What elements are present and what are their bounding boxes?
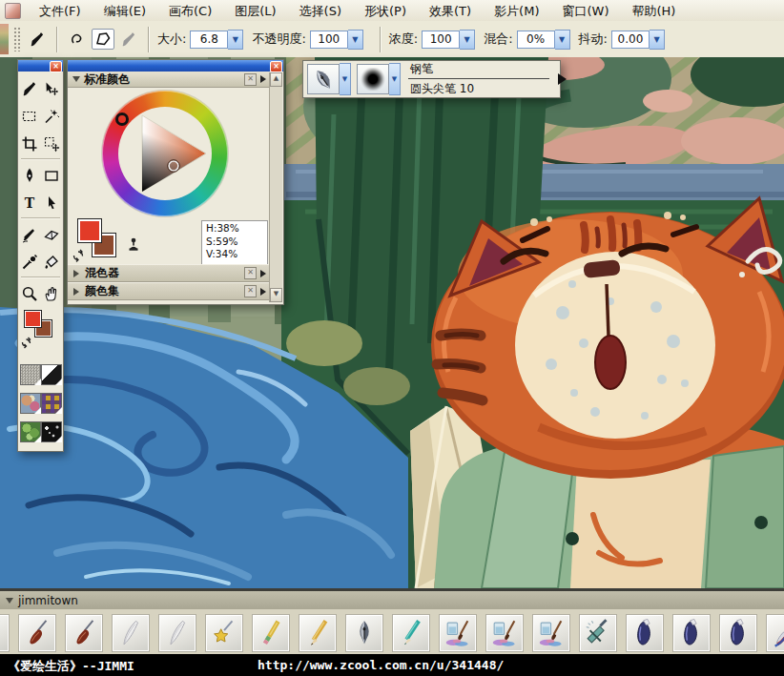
blue-marker-brush-icon[interactable] [672, 614, 711, 652]
gradient-selector[interactable] [41, 364, 62, 385]
panel-scrollbar[interactable]: ▲ ▼ [269, 72, 282, 302]
hue-marker[interactable] [115, 113, 129, 126]
menu-movie[interactable]: 影片(M) [483, 1, 550, 21]
color-set-panel-header[interactable]: 颜色集✕ [68, 282, 270, 300]
white-quill-brush-icon[interactable] [158, 614, 196, 652]
white-quill-brush-icon[interactable] [112, 614, 150, 652]
panel-detach-icon[interactable]: ✕ [244, 73, 257, 86]
brush-variant-button[interactable] [357, 64, 389, 94]
airbrush-brush-icon[interactable] [579, 614, 617, 652]
crop-tool[interactable] [18, 130, 41, 157]
transform-tool[interactable] [41, 130, 64, 157]
red-brush-brush-icon[interactable] [65, 614, 103, 652]
density-value[interactable]: 100 [422, 31, 460, 49]
red-brush-brush-icon[interactable] [0, 614, 10, 652]
watercolor-brush-icon[interactable] [532, 614, 570, 652]
star-wand-brush-icon[interactable] [205, 614, 243, 652]
look-selector[interactable] [41, 421, 62, 442]
canvas[interactable]: × T × 标准颜色 ✕ [0, 57, 784, 588]
scroll-down-icon[interactable]: ▼ [270, 288, 282, 302]
toolbox-titlebar[interactable]: × [18, 60, 63, 72]
brush-category-dropdown-icon[interactable]: ▼ [340, 63, 351, 95]
expand-triangle-icon[interactable] [73, 270, 79, 277]
swap-colors-icon[interactable] [72, 249, 85, 262]
text-tool[interactable]: T [18, 189, 41, 216]
jitter-value[interactable]: 0.00 [611, 31, 650, 49]
pen-tool[interactable] [18, 161, 41, 189]
size-dropdown-icon[interactable]: ▼ [228, 30, 243, 50]
panel-menu-icon[interactable] [260, 288, 266, 296]
brush-flyout-icon[interactable] [558, 73, 567, 85]
panel-detach-icon[interactable]: ✕ [244, 285, 257, 297]
opacity-value[interactable]: 100 [310, 31, 348, 49]
toolbox-close-icon[interactable]: × [50, 61, 62, 72]
shape-select-tool[interactable] [41, 189, 64, 216]
menu-help[interactable]: 帮助(H) [620, 1, 687, 21]
scroll-up-icon[interactable]: ▲ [270, 72, 282, 87]
collapse-triangle-icon[interactable] [72, 76, 80, 82]
panel-menu-icon[interactable] [260, 75, 266, 83]
menu-layers[interactable]: 图层(L) [223, 1, 287, 21]
menu-file[interactable]: 文件(F) [28, 1, 93, 21]
expand-triangle-icon[interactable] [73, 288, 79, 296]
paint-bucket-tool[interactable] [41, 248, 64, 276]
color-wheel[interactable] [102, 91, 228, 216]
freehand-stroke-icon[interactable] [66, 28, 89, 51]
magnifier-tool[interactable] [18, 279, 41, 307]
clone-color-stamp-icon[interactable] [127, 237, 140, 252]
pattern-selector[interactable] [20, 393, 41, 414]
mixer-panel-header[interactable]: 混色器✕ [68, 264, 270, 282]
brush-name-block[interactable]: 钢笔 圆头尖笔 10 [408, 61, 549, 97]
size-value[interactable]: 6.8 [190, 31, 228, 49]
weave-selector[interactable] [41, 393, 62, 414]
yellow-pencil-brush-icon[interactable] [299, 614, 337, 652]
tilt-brush-brush-icon[interactable] [766, 614, 784, 652]
teal-pencil-brush-icon[interactable] [392, 614, 430, 652]
dropper-tool[interactable] [18, 248, 41, 276]
menu-shapes[interactable]: 形状(P) [353, 1, 418, 21]
red-brush-brush-icon[interactable] [18, 614, 56, 652]
opacity-dropdown-icon[interactable]: ▼ [348, 30, 363, 50]
polygon-stroke-icon[interactable] [92, 29, 114, 50]
menu-effects[interactable]: 效果(T) [418, 1, 483, 21]
menu-window[interactable]: 窗口(W) [550, 1, 620, 21]
colors-close-icon[interactable]: × [270, 61, 282, 72]
density-dropdown-icon[interactable]: ▼ [460, 30, 475, 50]
rect-select-tool[interactable] [18, 102, 41, 130]
panel-menu-icon[interactable] [260, 270, 266, 277]
watercolor-brush-icon[interactable] [439, 614, 477, 652]
custom-palette-bar[interactable]: jimmitown [0, 588, 784, 609]
brush-tool[interactable] [18, 74, 41, 102]
primary-color-swatch[interactable] [24, 310, 42, 328]
toolbar-grip[interactable] [13, 27, 20, 51]
grabber-tool[interactable] [41, 279, 64, 307]
brush-category-button[interactable] [307, 64, 340, 94]
eraser-pencil-brush-icon[interactable] [252, 614, 290, 652]
brush-variant-dropdown-icon[interactable]: ▼ [389, 63, 401, 95]
collapse-triangle-icon[interactable] [6, 598, 13, 604]
brush-tool-icon[interactable] [26, 28, 49, 51]
nozzle-selector[interactable] [20, 421, 41, 442]
menu-select[interactable]: 选择(S) [288, 1, 353, 21]
colors-titlebar[interactable]: × [68, 60, 283, 72]
layer-adjuster-tool[interactable] [41, 74, 64, 102]
clone-brush-icon[interactable] [117, 28, 140, 51]
blend-value[interactable]: 0% [517, 31, 555, 49]
primary-color-swatch[interactable] [77, 218, 102, 243]
jitter-dropdown-icon[interactable]: ▼ [650, 30, 665, 50]
paper-selector[interactable] [20, 364, 41, 385]
blend-dropdown-icon[interactable]: ▼ [555, 30, 570, 50]
watercolor-brush-icon[interactable] [485, 614, 524, 652]
swap-colors-icon[interactable] [20, 337, 32, 349]
eraser-tool[interactable] [41, 220, 64, 248]
standard-colors-header[interactable]: 标准颜色 ✕ [68, 72, 270, 88]
magic-wand-tool[interactable] [41, 102, 64, 130]
oil-brush-tool[interactable] [18, 220, 41, 248]
blue-marker-brush-icon[interactable] [719, 614, 757, 652]
pen-nib-brush-icon[interactable] [345, 614, 383, 652]
rect-shape-tool[interactable] [41, 161, 64, 189]
panel-detach-icon[interactable]: ✕ [244, 267, 257, 279]
menu-canvas[interactable]: 画布(C) [157, 1, 223, 21]
blue-marker-brush-icon[interactable] [626, 614, 664, 652]
sv-triangle[interactable] [118, 107, 212, 200]
